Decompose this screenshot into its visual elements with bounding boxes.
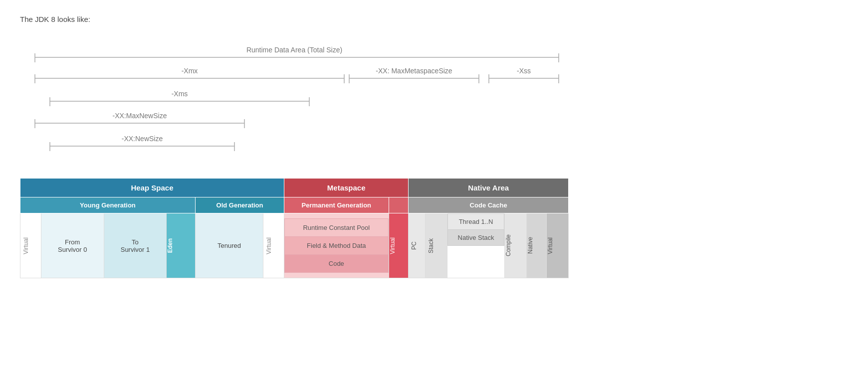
virtual-meta-cell: Virtual	[389, 213, 409, 278]
metaspace-inner-table: Runtime Constant Pool Field & Method Dat…	[284, 218, 389, 273]
svg-text:-Xms: -Xms	[172, 90, 188, 98]
native-col-label: Native	[527, 237, 534, 254]
runtime-constant-pool-cell: Runtime Constant Pool	[285, 219, 389, 237]
virtual-meta-label: Virtual	[389, 237, 396, 254]
to-survivor-label: ToSurvivor 1	[108, 238, 163, 253]
virtual-heap-label: Virtual	[20, 216, 31, 276]
svg-text:Runtime Data Area (Total Size): Runtime Data Area (Total Size)	[246, 46, 342, 54]
stack-label: Stack	[426, 216, 436, 276]
rcp-row: Runtime Constant Pool	[285, 219, 389, 237]
thread-label-cell: Thread 1..N	[447, 214, 504, 230]
thread-row: Thread 1..N	[447, 214, 504, 230]
sub-header-row: Young Generation Old Generation Permanen…	[20, 197, 569, 213]
eden-cell: Eden	[167, 213, 196, 278]
metaspace-content-cell: Runtime Constant Pool Field & Method Dat…	[284, 213, 389, 278]
heap-space-header: Heap Space	[20, 179, 284, 197]
virtual-old-cell: Virtual	[263, 213, 284, 278]
svg-text:-Xss: -Xss	[517, 67, 531, 75]
to-survivor-cell: ToSurvivor 1	[104, 213, 167, 278]
svg-text:-XX: MaxMetaspaceSize: -XX: MaxMetaspaceSize	[376, 67, 452, 75]
native-stack-row: Native Stack	[447, 230, 504, 246]
memory-layout-table: Heap Space Metaspace Native Area Young G…	[20, 178, 569, 278]
eden-label: Eden	[167, 238, 174, 253]
from-survivor-cell: FromSurvivor 0	[41, 213, 104, 278]
virtual-old-label: Virtual	[263, 216, 274, 276]
compile-cell: Compile	[505, 213, 527, 278]
old-generation-header: Old Generation	[195, 197, 284, 213]
svg-text:-XX:MaxNewSize: -XX:MaxNewSize	[113, 112, 167, 120]
tenured-cell: Tenured	[195, 213, 263, 278]
code-cell: Code	[285, 255, 389, 273]
field-method-data-cell: Field & Method Data	[285, 237, 389, 255]
virtual-native-cell: Virtual	[546, 213, 568, 278]
permanent-generation-header: Permanent Generation	[284, 197, 389, 213]
code-cache-header: Code Cache	[409, 197, 569, 213]
intro-text: The JDK 8 looks like:	[20, 15, 848, 23]
tenured-label: Tenured	[200, 242, 259, 249]
virtual-native-label: Virtual	[547, 237, 554, 254]
pc-cell: PC	[409, 213, 426, 278]
native-area-header: Native Area	[409, 179, 569, 197]
from-survivor-label: FromSurvivor 0	[45, 238, 100, 253]
svg-text:-XX:NewSize: -XX:NewSize	[122, 135, 163, 143]
svg-text:-Xmx: -Xmx	[182, 67, 198, 75]
metaspace-header: Metaspace	[284, 179, 409, 197]
thread-native-table: Thread 1..N Native Stack	[447, 213, 504, 246]
thread-native-cell: Thread 1..N Native Stack	[447, 213, 504, 278]
bracket-diagram: Runtime Data Area (Total Size) -Xmx -XX:…	[20, 38, 569, 178]
native-stack-cell: Native Stack	[447, 230, 504, 246]
perm-virtual-header	[389, 197, 409, 213]
pc-label: PC	[409, 216, 420, 276]
stack-cell: Stack	[425, 213, 447, 278]
compile-label: Compile	[505, 234, 512, 256]
content-row: Virtual FromSurvivor 0 ToSurvivor 1 Eden…	[20, 213, 569, 278]
young-generation-header: Young Generation	[20, 197, 196, 213]
native-col-cell: Native	[527, 213, 547, 278]
code-row: Code	[285, 255, 389, 273]
virtual-heap-cell: Virtual	[20, 213, 41, 278]
fmd-row: Field & Method Data	[285, 237, 389, 255]
top-header-row: Heap Space Metaspace Native Area	[20, 179, 569, 197]
